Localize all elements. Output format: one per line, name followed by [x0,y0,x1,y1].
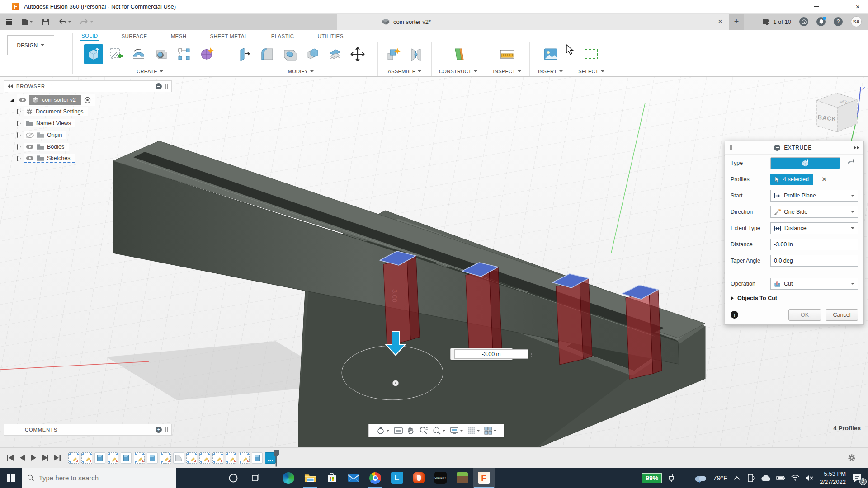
comments-grip[interactable] [165,427,168,432]
browser-root-row[interactable]: coin sorter v2 [4,94,172,106]
group-label-inspect[interactable]: INSPECT [493,67,522,76]
collapsed-triangle-icon[interactable] [17,156,21,161]
timeline-feature-5-extrude[interactable] [121,452,132,464]
move-tool-icon[interactable] [348,44,367,64]
dialog-dock-icon[interactable] [854,146,859,150]
taper-angle-input[interactable] [770,255,858,267]
profiles-selected-chip[interactable]: 4 selected [770,174,813,185]
taskbar-app-mail[interactable] [343,468,364,488]
taskbar-search[interactable] [22,468,176,488]
search-input[interactable] [39,474,171,482]
grid-settings-icon[interactable] [467,427,480,435]
browser-item-document-settings[interactable]: Document Settings [4,106,172,117]
look-at-icon[interactable] [394,427,403,434]
browser-item-bodies[interactable]: Bodies [4,141,172,153]
create-form-icon[interactable] [197,44,216,64]
collapse-panel-icon[interactable] [8,84,13,88]
user-avatar[interactable]: SA [851,16,862,27]
orbit-icon[interactable] [376,426,390,435]
tab-counter[interactable]: 1 of 10 [762,18,791,25]
distance-floating-input[interactable] [450,348,513,360]
app-grid-icon[interactable] [5,18,13,25]
undo-button[interactable] [58,19,71,25]
redo-button[interactable] [80,19,94,25]
eye-off-icon[interactable] [26,132,34,138]
maximize-button[interactable] [826,0,847,13]
fillet-tool-icon[interactable] [258,44,277,64]
timeline-feature-7-extrude[interactable] [147,452,158,464]
tab-surface[interactable]: SURFACE [121,32,148,40]
browser-grip[interactable] [165,84,168,89]
expand-section-icon[interactable] [731,296,734,300]
select-tool-icon[interactable] [582,44,601,64]
close-button[interactable]: × [847,0,868,13]
distance-value-input[interactable] [454,349,528,359]
measure-tool-icon[interactable] [498,44,517,64]
browser-item-sketches[interactable]: Sketches [4,153,172,164]
weather-cloud-icon[interactable] [693,474,707,483]
shell-tool-icon[interactable] [280,44,299,64]
action-center-button[interactable]: 2 [852,473,863,483]
direction-dropdown[interactable]: One Side [770,206,858,218]
tab-mesh[interactable]: MESH [170,32,188,40]
tray-expand-chevron-icon[interactable] [733,476,741,480]
tab-utilities[interactable]: UTILITIES [316,32,344,40]
close-tab-icon[interactable]: × [718,17,722,26]
tab-solid[interactable]: SOLID [80,32,99,41]
timeline-feature-16-active[interactable] [265,452,276,464]
group-label-modify[interactable]: MODIFY [288,67,314,76]
taskbar-app-fusion360[interactable]: F [473,468,495,488]
collapsed-triangle-icon[interactable] [17,144,21,150]
browser-minimize-icon[interactable] [156,83,162,89]
group-label-select[interactable]: SELECT [578,67,604,76]
group-label-construct[interactable]: CONSTRUCT [439,67,477,76]
dialog-collapse-icon[interactable] [774,145,780,151]
step-forward-icon[interactable] [42,454,48,461]
pan-icon[interactable] [407,427,415,435]
tab-sheet-metal[interactable]: SHEET METAL [209,32,248,40]
notifications-bell-icon[interactable] [816,17,826,26]
comments-header[interactable]: COMMENTS + [4,424,172,436]
zoom-icon[interactable] [419,426,428,435]
timeline-feature-9-fillet[interactable] [173,452,184,464]
taskbar-app-chrome[interactable] [364,468,386,488]
clear-selection-icon[interactable]: ✕ [821,175,827,183]
insert-image-icon[interactable] [541,44,560,64]
group-label-assemble[interactable]: ASSEMBLE [388,67,422,76]
taskbar-app-edge[interactable] [278,468,299,488]
hole-tool-icon[interactable] [152,44,171,64]
battery-percentage-badge[interactable]: 99% [642,473,662,483]
timeline-feature-2-sketch[interactable] [81,452,92,464]
timeline-settings-gear-icon[interactable] [847,453,856,462]
cancel-button[interactable]: Cancel [826,309,858,321]
timeline-feature-14-sketch[interactable] [239,452,250,464]
taskbar-app-file-explorer[interactable] [299,468,321,488]
dialog-grip[interactable] [730,145,732,150]
temperature-label[interactable]: 79°F [713,474,727,482]
type-extrude-solid-button[interactable] [770,157,840,169]
viewport-3d[interactable]: 3.00 [0,77,868,447]
eye-icon[interactable] [19,97,27,103]
revolve-tool-icon[interactable] [129,44,148,64]
objects-to-cut-section[interactable]: Objects To Cut [725,292,863,305]
view-cube[interactable]: Z BACK TOP [806,85,868,144]
timeline-feature-10-sketch[interactable] [186,452,197,464]
press-pull-tool-icon[interactable] [235,44,254,64]
eye-icon[interactable] [26,155,34,161]
timeline-feature-12-sketch[interactable] [212,452,223,464]
extent-type-dropdown[interactable]: Distance [770,222,858,234]
kebab-menu-icon[interactable] [530,352,533,357]
expand-triangle-icon[interactable] [10,98,14,102]
timeline-feature-15-extrude[interactable] [252,452,263,464]
start-button[interactable] [0,468,22,488]
tab-plastic[interactable]: PLASTIC [270,32,295,40]
play-icon[interactable] [31,454,37,461]
create-sketch-icon[interactable] [107,44,126,64]
display-settings-icon[interactable] [450,427,463,435]
new-component-icon[interactable] [384,44,403,64]
workspace-selector[interactable]: DESIGN [7,35,54,55]
extrude-dialog-header[interactable]: EXTRUDE [725,141,863,155]
document-tab[interactable]: coin sorter v2* × [337,14,729,30]
group-label-create[interactable]: CREATE [137,67,163,76]
step-back-icon[interactable] [19,454,25,461]
